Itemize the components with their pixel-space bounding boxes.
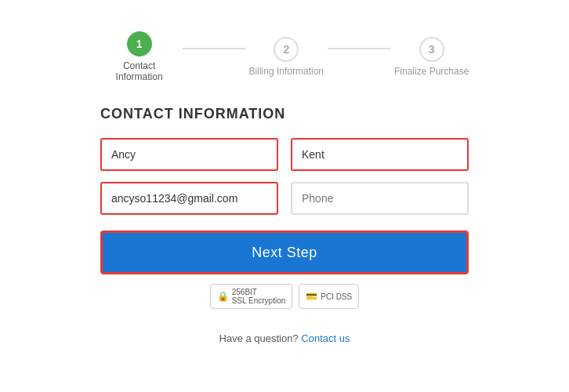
phone-field[interactable] (291, 182, 469, 215)
contact-link[interactable]: Contact us (301, 332, 350, 344)
email-field[interactable] (100, 182, 278, 215)
step-2-label: Billing Information (249, 66, 324, 77)
connector-2-3 (328, 48, 390, 49)
pci-badge-text: PCI DSS (321, 292, 352, 301)
step-1-label: Contact Information (100, 60, 179, 82)
contact-row (100, 182, 469, 215)
step-1-circle: 1 (127, 31, 152, 56)
card-icon: 💳 (306, 291, 317, 302)
security-badges: 🔒 256BITSSL Encryption 💳 PCI DSS (100, 284, 469, 309)
footer: Have a question? Contact us (219, 332, 350, 344)
last-name-field[interactable] (291, 138, 469, 171)
name-row (100, 138, 469, 171)
step-1: 1 Contact Information (100, 31, 179, 82)
section-title: CONTACT INFORMATION (100, 106, 469, 122)
step-2: 2 Billing Information (249, 37, 324, 77)
footer-question-text: Have a question? (219, 332, 299, 344)
first-name-field[interactable] (100, 138, 278, 171)
connector-1-2 (183, 48, 245, 49)
step-3-circle: 3 (419, 37, 444, 62)
ssl-badge-text: 256BITSSL Encryption (232, 288, 286, 305)
next-step-button[interactable]: Next Step (100, 230, 469, 274)
ssl-badge: 🔒 256BITSSL Encryption (210, 284, 293, 309)
step-2-circle: 2 (274, 37, 299, 62)
step-3: 3 Finalize Purchase (394, 37, 469, 77)
contact-form: CONTACT INFORMATION Next Step 🔒 256BITSS… (100, 106, 469, 332)
pci-badge: 💳 PCI DSS (299, 284, 359, 309)
lock-icon: 🔒 (217, 291, 229, 302)
step-3-label: Finalize Purchase (394, 66, 469, 77)
stepper: 1 Contact Information 2 Billing Informat… (0, 31, 569, 82)
